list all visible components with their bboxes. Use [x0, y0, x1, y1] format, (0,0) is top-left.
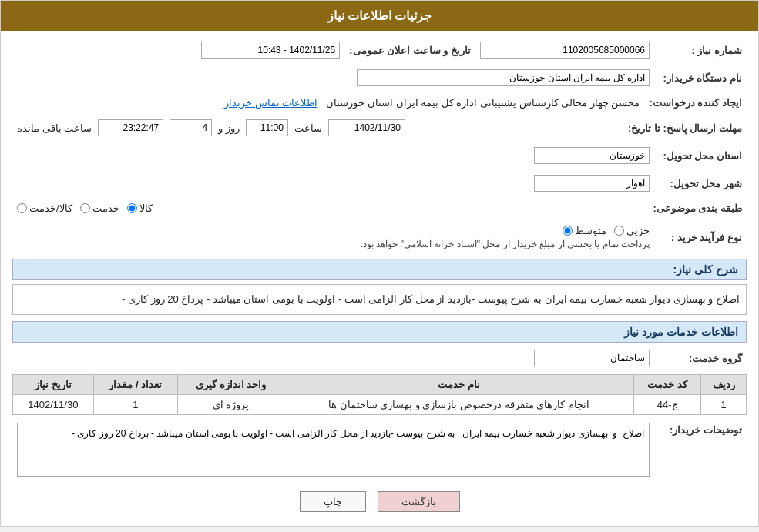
- days-label: روز و: [218, 122, 240, 134]
- process-radio-group: متوسط جزیی: [563, 225, 650, 236]
- category-option-kala-khedmat[interactable]: کالا/خدمت: [17, 202, 72, 214]
- need-description-text: اصلاح و بهسازی دیوار شعبه خسارت بیمه ایر…: [122, 293, 740, 305]
- col-header-unit: واحد اندازه گیری: [178, 375, 284, 395]
- process-option-jozei[interactable]: جزیی: [614, 225, 650, 236]
- process-note: پرداخت تمام یا بخشی از مبلغ خریدار از مح…: [361, 239, 650, 249]
- category-radio-group: کالا/خدمت خدمت کالا: [17, 202, 643, 214]
- service-info-label: اطلاعات خدمات مورد نیاز: [624, 326, 738, 338]
- deadline-days-input: [170, 119, 212, 136]
- category-option-khedmat[interactable]: خدمت: [80, 202, 119, 214]
- category-label: طبقه بندی موضوعی:: [648, 199, 747, 217]
- province-input: [534, 147, 650, 164]
- col-header-date: تاریخ نیاز: [13, 375, 94, 395]
- need-summary-label: شرح کلی نیاز:: [673, 263, 738, 276]
- need-summary-section-title: شرح کلی نیاز:: [12, 259, 747, 280]
- cell-date: 1402/11/30: [13, 395, 94, 415]
- category-kala-label: کالا: [139, 202, 153, 214]
- category-khedmat-radio[interactable]: [80, 203, 90, 213]
- service-group-label: گروه خدمت:: [654, 346, 747, 370]
- cell-quantity: 1: [93, 395, 177, 415]
- province-label: استان محل تحویل:: [654, 144, 747, 167]
- service-info-section-title: اطلاعات خدمات مورد نیاز: [12, 321, 747, 343]
- header-title: جزئیات اطلاعات نیاز: [327, 9, 432, 22]
- category-khedmat-label: خدمت: [92, 202, 119, 214]
- need-number-label: شماره نیاز :: [654, 38, 747, 62]
- col-header-code: کد خدمت: [633, 375, 700, 395]
- need-description-box: اصلاح و بهسازی دیوار شعبه خسارت بیمه ایر…: [12, 284, 747, 315]
- deadline-label: مهلت ارسال پاسخ: تا تاریخ:: [623, 116, 747, 139]
- process-option-mutawaset[interactable]: متوسط: [563, 225, 606, 236]
- requester-name: محسن چهار محالی کارشناس پشتیبانی اداره ک…: [326, 97, 640, 109]
- city-label: شهر محل تحویل:: [654, 172, 747, 195]
- print-button[interactable]: چاپ: [300, 491, 366, 512]
- cell-unit: پروژه ای: [178, 395, 284, 415]
- col-header-name: نام خدمت: [284, 375, 634, 395]
- deadline-date-input: [328, 119, 405, 136]
- remaining-time-input: [98, 119, 163, 136]
- process-jozei-radio[interactable]: [614, 226, 624, 236]
- buyer-org-label: نام دستگاه خریدار:: [654, 66, 747, 89]
- buyer-notes-textarea: [17, 423, 650, 477]
- deadline-time-input: [246, 119, 288, 136]
- requester-contact-link[interactable]: اطلاعات تماس خریدار: [224, 97, 317, 109]
- category-kala-khedmat-radio[interactable]: [17, 203, 27, 213]
- table-row: 1ج-44انجام کارهای متفرقه درخصوص بازسازی …: [13, 395, 747, 415]
- category-kala-khedmat-label: کالا/خدمت: [29, 202, 72, 214]
- remaining-label: ساعت باقی مانده: [17, 122, 92, 134]
- col-header-quantity: تعداد / مقدار: [93, 375, 177, 395]
- buyer-org-input: [357, 69, 650, 86]
- service-group-input: [534, 350, 650, 366]
- announce-date-label: تاریخ و ساعت اعلان عمومی:: [344, 38, 475, 62]
- buyer-notes-label: توضیحات خریدار:: [654, 420, 747, 482]
- time-label: ساعت: [294, 122, 322, 134]
- need-number-input: [480, 42, 650, 59]
- cell-row: 1: [701, 395, 747, 415]
- requester-label: ایجاد کننده درخواست:: [644, 94, 747, 112]
- cell-name: انجام کارهای متفرقه درخصوص بازسازی و بهس…: [284, 395, 634, 415]
- announce-date-input: [201, 42, 340, 59]
- back-button[interactable]: بازگشت: [378, 491, 460, 512]
- page-header: جزئیات اطلاعات نیاز: [1, 1, 758, 31]
- process-jozei-label: جزیی: [626, 225, 650, 236]
- process-type-label: نوع فرآیند خرید :: [654, 222, 747, 253]
- process-mutawaset-label: متوسط: [575, 225, 606, 236]
- process-mutawaset-radio[interactable]: [563, 226, 573, 236]
- button-row: بازگشت چاپ: [12, 491, 747, 512]
- category-kala-radio[interactable]: [127, 203, 137, 213]
- city-input: [534, 175, 650, 192]
- services-table: ردیف کد خدمت نام خدمت واحد اندازه گیری ت…: [12, 374, 747, 415]
- col-header-row: ردیف: [701, 375, 747, 395]
- category-option-kala[interactable]: کالا: [127, 202, 153, 214]
- cell-code: ج-44: [633, 395, 700, 415]
